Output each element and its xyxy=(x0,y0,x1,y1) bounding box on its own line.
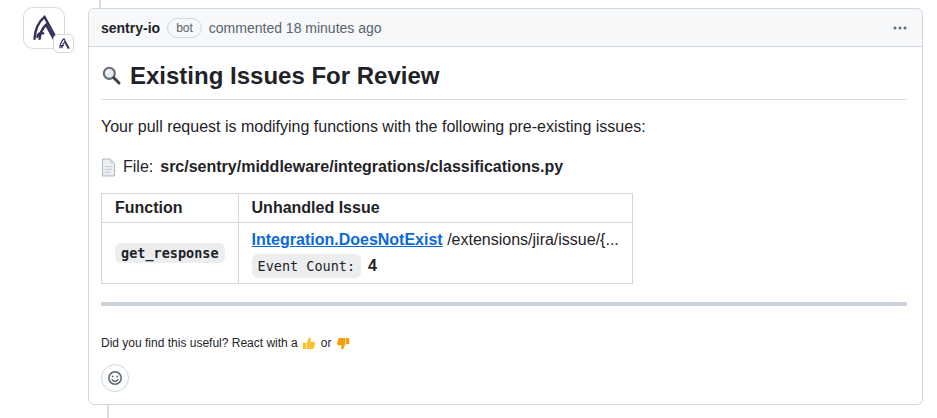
column-header-function: Function xyxy=(102,194,239,223)
comment-timestamp[interactable]: commented 18 minutes ago xyxy=(209,20,382,36)
page-icon xyxy=(101,158,116,177)
sentry-app-badge xyxy=(53,34,74,53)
feedback-prompt: Did you find this useful? React with a o… xyxy=(101,336,907,351)
event-count-label: Event Count: xyxy=(252,254,362,278)
function-name: get_response xyxy=(115,243,225,263)
issues-table: Function Unhandled Issue get_response In… xyxy=(101,193,633,284)
divider xyxy=(101,302,907,306)
thumbs-up-icon xyxy=(302,336,317,351)
file-label: File: xyxy=(123,155,153,179)
issue-link[interactable]: Integration.DoesNotExist xyxy=(252,231,443,248)
event-count-value: 4 xyxy=(368,256,377,276)
table-header-row: Function Unhandled Issue xyxy=(102,194,633,223)
comment-body: Existing Issues For Review Your pull req… xyxy=(89,47,922,392)
intro-text: Your pull request is modifying functions… xyxy=(101,115,907,139)
column-header-issue: Unhandled Issue xyxy=(238,194,632,223)
smiley-icon xyxy=(107,370,123,386)
comment-card: sentry-io bot commented 18 minutes ago E… xyxy=(88,8,923,405)
issue-cell: Integration.DoesNotExist /extensions/jir… xyxy=(238,223,632,284)
title-text: Existing Issues For Review xyxy=(130,61,439,90)
comment-title: Existing Issues For Review xyxy=(101,61,907,100)
bot-badge: bot xyxy=(167,18,202,38)
thumbs-down-icon xyxy=(335,336,350,351)
issue-path: /extensions/jira/issue/{... xyxy=(447,231,619,248)
comment-author[interactable]: sentry-io xyxy=(101,20,160,36)
sentry-bot-avatar[interactable] xyxy=(24,8,64,48)
header-caret xyxy=(88,20,89,36)
sentry-logo-icon xyxy=(58,38,70,49)
add-reaction-button[interactable] xyxy=(101,364,129,392)
feedback-conjunction: or xyxy=(321,336,332,351)
table-row: get_response Integration.DoesNotExist /e… xyxy=(102,223,633,284)
file-path: src/sentry/middleware/integrations/class… xyxy=(160,155,563,179)
timeline-rail-bottom xyxy=(107,405,109,418)
feedback-text: Did you find this useful? React with a xyxy=(101,336,298,351)
file-line: File: src/sentry/middleware/integrations… xyxy=(101,155,907,179)
magnifier-icon xyxy=(101,65,122,86)
comment-header: sentry-io bot commented 18 minutes ago xyxy=(89,9,922,47)
comment-options-button[interactable] xyxy=(890,16,910,40)
function-cell: get_response xyxy=(102,223,239,284)
kebab-icon xyxy=(892,20,908,36)
